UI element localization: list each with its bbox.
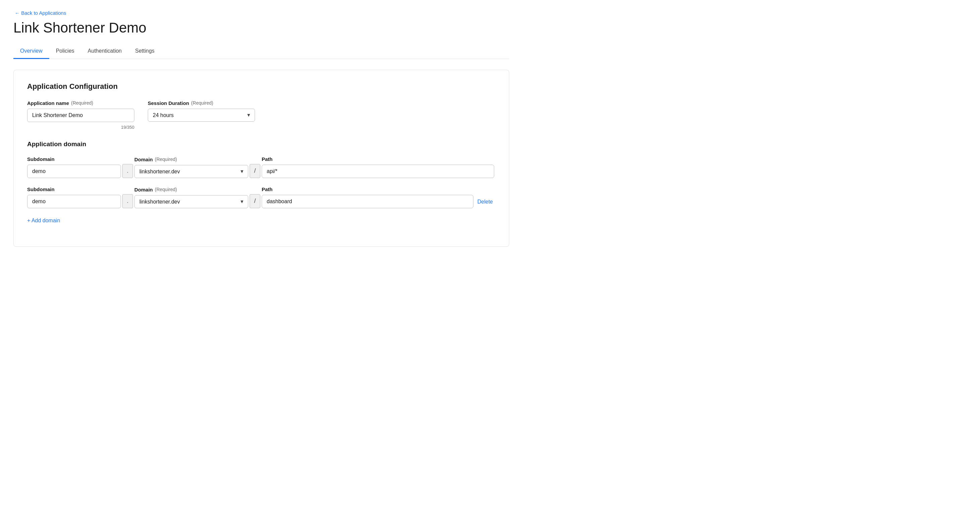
card-title: Application Configuration <box>27 82 496 91</box>
domain-select-wrapper-2: linkshortener.dev linkshortener.com exam… <box>134 195 248 208</box>
tab-overview[interactable]: Overview <box>13 44 49 59</box>
domain-col-2: Domain (Required) linkshortener.dev link… <box>134 187 248 208</box>
path-col-1: Path <box>262 156 494 178</box>
path-input-2[interactable] <box>262 195 473 208</box>
tab-settings[interactable]: Settings <box>128 44 161 59</box>
tabs-container: Overview Policies Authentication Setting… <box>13 44 509 59</box>
char-count: 19/350 <box>27 125 134 130</box>
subdomain-input-1[interactable] <box>27 165 121 178</box>
session-duration-select-wrapper: 30 minutes 1 hour 2 hours 4 hours 8 hour… <box>148 109 255 122</box>
subdomain-col-2: Subdomain <box>27 187 121 208</box>
domain-col-1: Domain (Required) linkshortener.dev link… <box>134 157 248 178</box>
page-title: Link Shortener Demo <box>13 20 509 36</box>
subdomain-label-2: Subdomain <box>27 187 121 192</box>
app-name-input[interactable] <box>27 109 134 122</box>
back-link-label: ← Back to Applications <box>15 10 66 16</box>
tab-policies[interactable]: Policies <box>49 44 81 59</box>
subdomain-col-1: Subdomain <box>27 156 121 178</box>
app-name-label: Application name (Required) <box>27 100 134 106</box>
app-domain-section: Application domain Subdomain . Do <box>27 141 496 226</box>
back-to-applications-link[interactable]: ← Back to Applications <box>13 10 66 16</box>
domain-select-2[interactable]: linkshortener.dev linkshortener.com exam… <box>134 195 248 208</box>
add-domain-button[interactable]: + Add domain <box>27 215 60 226</box>
slash-separator-2: / <box>250 194 260 208</box>
path-input-1[interactable] <box>262 165 494 178</box>
subdomain-label-1: Subdomain <box>27 156 121 162</box>
config-top-row: Application name (Required) 19/350 Sessi… <box>27 100 496 130</box>
tab-authentication[interactable]: Authentication <box>81 44 128 59</box>
session-duration-select[interactable]: 30 minutes 1 hour 2 hours 4 hours 8 hour… <box>148 109 255 122</box>
app-name-group: Application name (Required) 19/350 <box>27 100 134 130</box>
path-col-2: Path <box>262 187 473 208</box>
domain-label-1: Domain (Required) <box>134 157 248 162</box>
delete-domain-button[interactable]: Delete <box>475 195 496 208</box>
dot-separator-1: . <box>122 164 133 178</box>
subdomain-input-2[interactable] <box>27 195 121 208</box>
dot-separator-2: . <box>122 194 133 208</box>
slash-separator-1: / <box>250 164 260 178</box>
session-duration-group: Session Duration (Required) 30 minutes 1… <box>148 100 255 122</box>
path-label-1: Path <box>262 156 494 162</box>
path-label-2: Path <box>262 187 473 192</box>
domain-select-1[interactable]: linkshortener.dev linkshortener.com exam… <box>134 165 248 178</box>
domain-row-1: Subdomain . Domain (Required) <box>27 155 496 178</box>
session-duration-label: Session Duration (Required) <box>148 100 255 106</box>
domain-row-2: Subdomain . Domain (Required) <box>27 185 496 208</box>
app-domain-label: Application domain <box>27 141 496 148</box>
domain-label-2: Domain (Required) <box>134 187 248 192</box>
domain-select-wrapper-1: linkshortener.dev linkshortener.com exam… <box>134 165 248 178</box>
app-config-card: Application Configuration Application na… <box>13 70 509 247</box>
